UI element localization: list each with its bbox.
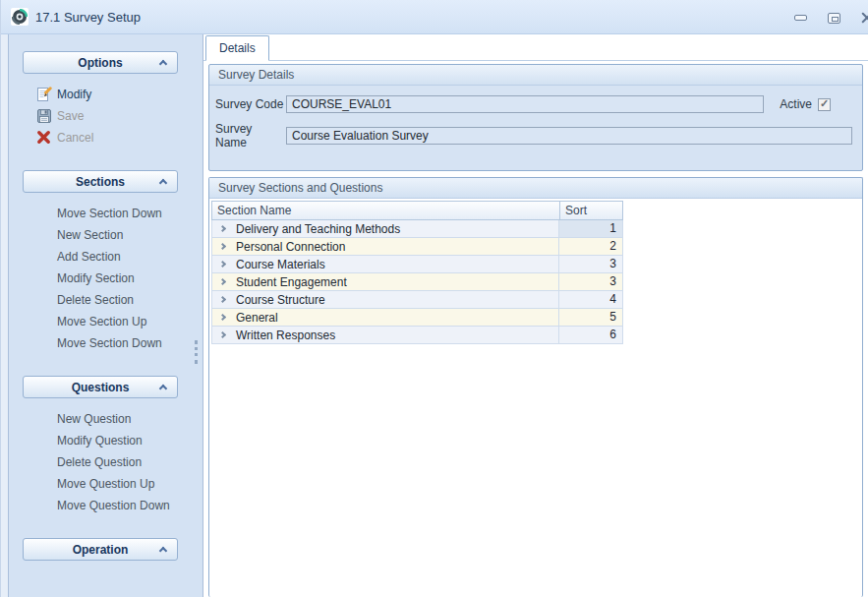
main-area: Details Survey Details Survey Code COURS… — [203, 34, 868, 597]
survey-name-input[interactable]: Course Evaluation Survey — [286, 127, 852, 145]
expand-chevron-icon[interactable] — [219, 243, 226, 250]
section-name: Personal Connection — [236, 240, 345, 254]
table-row[interactable]: Student Engagement 3 — [211, 273, 623, 291]
active-label: Active — [780, 97, 812, 111]
section-name: Course Structure — [236, 293, 325, 307]
expand-chevron-icon[interactable] — [219, 278, 226, 285]
modify-section-button[interactable]: Modify Section — [8, 268, 203, 289]
panel-title-options: Options — [78, 56, 122, 70]
panel-questions: Questions New Question Modify Question D… — [8, 376, 203, 516]
expand-chevron-icon[interactable] — [219, 296, 226, 303]
window-controls — [791, 11, 868, 25]
survey-code-label: Survey Code — [215, 97, 286, 111]
close-button[interactable] — [858, 11, 868, 25]
panel-header-sections[interactable]: Sections — [23, 170, 178, 193]
survey-code-input[interactable]: COURSE_EVAL01 — [286, 95, 764, 113]
table-row[interactable]: General 5 — [211, 309, 623, 327]
maximize-icon — [828, 13, 840, 24]
sort-order-cell[interactable]: 5 — [559, 309, 622, 326]
item-label: Move Section Down — [57, 336, 162, 350]
check-icon: ✓ — [820, 98, 829, 109]
sort-order-cell[interactable]: 2 — [559, 238, 622, 255]
minimize-button[interactable] — [791, 11, 809, 25]
expand-chevron-icon[interactable] — [219, 261, 226, 268]
sort-order-cell[interactable]: 1 — [559, 220, 622, 237]
table-row[interactable]: Personal Connection 2 — [211, 238, 623, 256]
column-header-section-name[interactable]: Section Name — [211, 201, 560, 220]
sort-order-cell[interactable]: 3 — [559, 273, 622, 290]
titlebar: 17.1 Survey Setup — [1, 0, 868, 34]
chevron-up-icon — [159, 385, 167, 392]
item-label: Delete Section — [57, 293, 134, 307]
panel-title-questions: Questions — [72, 381, 130, 394]
delete-question-button[interactable]: Delete Question — [8, 451, 203, 473]
item-label: Move Section Down — [57, 207, 162, 220]
table-row[interactable]: Delivery and Teaching Methods 1 — [211, 220, 623, 238]
sort-order-cell[interactable]: 3 — [559, 256, 622, 272]
maximize-button[interactable] — [825, 11, 842, 25]
panel-title-sections: Sections — [76, 175, 125, 189]
section-name: Delivery and Teaching Methods — [236, 222, 400, 236]
move-section-down-button-2[interactable]: Move Section Down — [8, 332, 203, 354]
delete-section-button[interactable]: Delete Section — [8, 289, 203, 311]
modify-question-button[interactable]: Modify Question — [8, 430, 203, 451]
panel-header-options[interactable]: Options — [23, 51, 178, 74]
panel-operation: Operation — [8, 538, 203, 561]
new-section-button[interactable]: New Section — [8, 224, 203, 246]
tab-details[interactable]: Details — [205, 35, 269, 61]
survey-setup-window: 17.1 Survey Setup Options — [0, 0, 868, 597]
item-label: Delete Question — [57, 455, 142, 469]
sidebar: Options Modify — [1, 34, 203, 597]
panel-options: Options Modify — [8, 51, 203, 149]
cancel-button[interactable]: Cancel — [8, 127, 203, 149]
cancel-label: Cancel — [57, 131, 93, 145]
section-name: General — [236, 311, 278, 325]
move-section-up-button[interactable]: Move Section Up — [8, 311, 203, 332]
save-icon — [36, 108, 52, 124]
expand-chevron-icon[interactable] — [219, 314, 226, 321]
item-label: Modify Section — [57, 271, 135, 285]
cancel-icon — [36, 130, 52, 146]
survey-name-label: Survey Name — [215, 122, 286, 149]
item-label: Move Question Up — [57, 477, 154, 491]
sections-questions-header: Survey Sections and Questions — [209, 178, 862, 199]
new-question-button[interactable]: New Question — [8, 408, 203, 430]
section-name: Written Responses — [236, 328, 335, 342]
table-row[interactable]: Written Responses 6 — [211, 327, 623, 344]
item-label: Move Question Down — [57, 499, 170, 512]
panel-header-operation[interactable]: Operation — [23, 538, 178, 561]
expand-chevron-icon[interactable] — [219, 225, 226, 232]
add-section-button[interactable]: Add Section — [8, 246, 203, 268]
panel-title-operation: Operation — [73, 543, 129, 557]
table-row[interactable]: Course Structure 4 — [211, 291, 623, 309]
chevron-up-icon — [159, 547, 167, 555]
move-question-up-button[interactable]: Move Question Up — [8, 473, 203, 495]
table-header: Section Name Sort Order — [211, 201, 623, 220]
expand-chevron-icon[interactable] — [219, 331, 226, 338]
move-question-down-button[interactable]: Move Question Down — [8, 495, 203, 516]
save-button[interactable]: Save — [8, 105, 203, 127]
sections-table: Section Name Sort Order Delivery and Tea… — [211, 201, 623, 344]
section-name: Student Engagement — [236, 275, 347, 289]
window-title: 17.1 Survey Setup — [35, 10, 141, 25]
item-label: Move Section Up — [57, 315, 146, 328]
item-label: Add Section — [57, 250, 121, 264]
move-section-down-button[interactable]: Move Section Down — [8, 203, 203, 224]
panel-header-questions[interactable]: Questions — [23, 376, 178, 398]
edit-icon — [36, 87, 52, 102]
sort-order-cell[interactable]: 4 — [559, 291, 622, 308]
sort-order-cell[interactable]: 6 — [559, 327, 622, 343]
column-header-sort-order[interactable]: Sort Order — [559, 201, 623, 220]
close-icon — [861, 12, 868, 24]
panel-sections: Sections Move Section Down New Section A… — [8, 170, 203, 354]
tabstrip: Details — [203, 34, 868, 61]
active-checkbox[interactable]: ✓ — [818, 98, 831, 111]
splitter-handle[interactable] — [195, 340, 198, 364]
table-row[interactable]: Course Materials 3 — [211, 256, 623, 273]
minimize-icon — [794, 15, 807, 21]
survey-details-header: Survey Details — [209, 65, 862, 86]
sections-questions-group: Survey Sections and Questions Section Na… — [208, 177, 863, 597]
app-icon — [11, 8, 29, 26]
modify-button[interactable]: Modify — [8, 84, 203, 105]
item-label: New Question — [57, 412, 131, 426]
